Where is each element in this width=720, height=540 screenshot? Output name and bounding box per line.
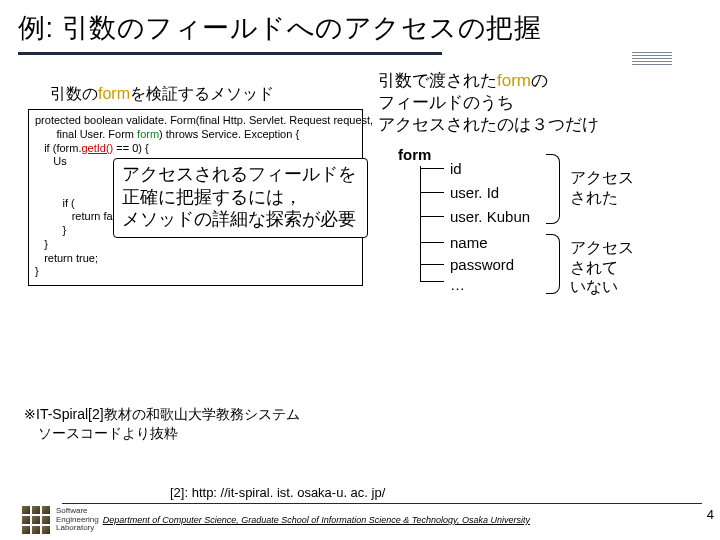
diagram-field-id: id — [450, 160, 462, 177]
right-block: 引数で渡されたformの フィールドのうち アクセスされたのは３つだけ form… — [378, 70, 708, 316]
code-highlight-getid: getId() — [81, 142, 113, 154]
left-caption-keyword: form — [98, 85, 130, 102]
note-not-accessed: アクセス されて いない — [570, 238, 634, 296]
diagram-branch — [420, 216, 444, 217]
lab-logo-text: Software Engineering Laboratory — [56, 507, 99, 532]
code-keyword-form: form — [137, 128, 159, 140]
footer-row: Software Engineering Laboratory Departme… — [0, 506, 720, 534]
code-frag: ) throws Service. Exception { — [159, 128, 299, 140]
form-diagram: form id user. Id user. Kubun name passwo… — [378, 146, 708, 316]
diagram-branch — [420, 192, 444, 193]
diagram-field-userid: user. Id — [450, 184, 499, 201]
lab-logo-icon — [22, 506, 50, 534]
diagram-branch — [420, 264, 444, 265]
code-line: if (form.getId() == 0) { — [35, 142, 356, 156]
content-area: 引数のformを検証するメソッド protected boolean valid… — [0, 70, 720, 286]
note-line: アクセス — [570, 238, 634, 257]
right-caption: 引数で渡されたformの フィールドのうち アクセスされたのは３つだけ — [378, 70, 708, 136]
code-line: final User. Form form) throws Service. E… — [35, 128, 356, 142]
code-line: } — [35, 238, 356, 252]
note-line: された — [570, 188, 634, 207]
diagram-field-name: name — [450, 234, 488, 251]
rc-pre: 引数で渡された — [378, 71, 497, 90]
reference-link: [2]: http: //it-spiral. ist. osaka-u. ac… — [170, 485, 720, 500]
bracket-accessed — [546, 154, 560, 224]
code-box: protected boolean validate. Form(final H… — [28, 109, 363, 286]
note-accessed: アクセス された — [570, 168, 634, 207]
right-caption-line: フィールドのうち — [378, 92, 708, 114]
note-line: いない — [570, 277, 634, 296]
overlay-line: メソッドの詳細な探索が必要 — [122, 208, 359, 231]
diagram-branch — [420, 242, 444, 243]
overlay-line: 正確に把握するには， — [122, 186, 359, 209]
overlay-line: アクセスされるフィールドを — [122, 163, 359, 186]
diagram-branch — [420, 281, 444, 282]
footnote: ※IT-Spiral[2]教材の和歌山大学教務システム ソースコードより抜粋 — [24, 405, 300, 443]
diagram-root: form — [398, 146, 431, 163]
code-line: } — [35, 265, 356, 279]
note-line: されて — [570, 258, 634, 277]
rc-keyword: form — [497, 71, 531, 90]
right-caption-line: アクセスされたのは３つだけ — [378, 114, 708, 136]
department-text: Department of Computer Science, Graduate… — [103, 515, 530, 525]
logo-text-line: Laboratory — [56, 524, 99, 532]
footer-rule — [62, 503, 702, 504]
code-frag: final User. Form — [35, 128, 137, 140]
left-caption-pre: 引数の — [50, 85, 98, 102]
diagram-field-ellipsis: … — [450, 276, 465, 293]
slide-title: 例: 引数のフィールドへのアクセスの把握 — [0, 0, 720, 52]
footnote-line: ソースコードより抜粋 — [24, 424, 300, 443]
code-frag: == 0) { — [113, 142, 148, 154]
right-caption-line: 引数で渡されたformの — [378, 70, 708, 92]
code-line: return true; — [35, 252, 356, 266]
bracket-not-accessed — [546, 234, 560, 294]
code-frag: if (form. — [35, 142, 81, 154]
diagram-branch — [420, 168, 444, 169]
rc-post: の — [531, 71, 548, 90]
page-number: 4 — [707, 507, 714, 522]
left-caption-post: を検証するメソッド — [130, 85, 274, 102]
diagram-field-userkubun: user. Kubun — [450, 208, 530, 225]
footnote-line: ※IT-Spiral[2]教材の和歌山大学教務システム — [24, 405, 300, 424]
footer: [2]: http: //it-spiral. ist. osaka-u. ac… — [0, 485, 720, 534]
note-line: アクセス — [570, 168, 634, 187]
diagram-field-password: password — [450, 256, 514, 273]
code-line: protected boolean validate. Form(final H… — [35, 114, 356, 128]
title-rule — [18, 52, 702, 66]
overlay-callout: アクセスされるフィールドを 正確に把握するには， メソッドの詳細な探索が必要 — [113, 158, 368, 238]
